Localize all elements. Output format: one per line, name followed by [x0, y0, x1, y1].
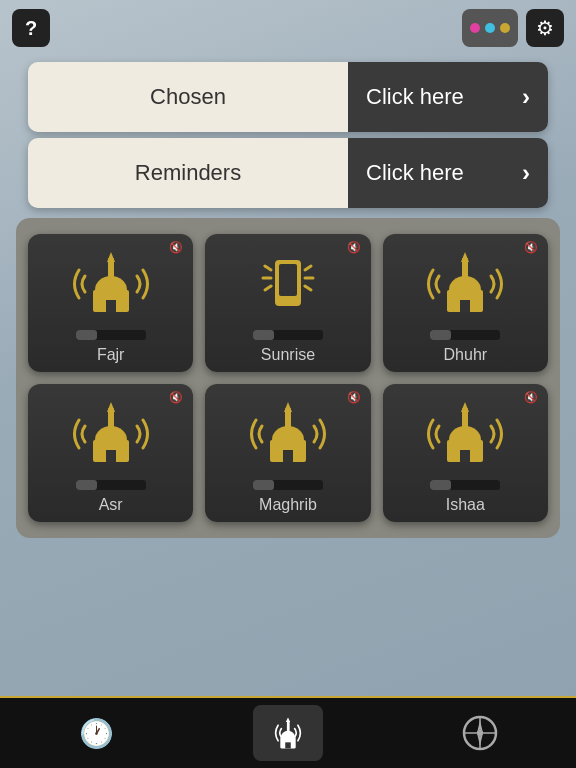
prayer-card-sunrise[interactable]: 🔇 Sunrise — [205, 234, 370, 372]
svg-rect-35 — [287, 721, 290, 738]
prayer-card-dhuhr[interactable]: 🔇 Dhuhr — [383, 234, 548, 372]
mosque-icon-fajr — [71, 248, 151, 320]
svg-line-9 — [265, 286, 271, 290]
dot-yellow — [500, 23, 510, 33]
prayer-card-ishaa[interactable]: 🔇 Ishaa — [383, 384, 548, 522]
top-right-controls: ⚙ — [462, 9, 564, 47]
prayer-visual-asr — [66, 394, 156, 474]
time-bar-ishaa — [430, 480, 500, 490]
prayer-grid-area: 🔇 — [16, 218, 560, 538]
mute-icon-dhuhr: 🔇 — [524, 241, 538, 254]
compass-icon — [462, 715, 498, 751]
prayer-name-sunrise: Sunrise — [261, 346, 315, 364]
chosen-chevron-icon: › — [522, 83, 530, 111]
mute-icon-sunrise: 🔇 — [347, 241, 361, 254]
mosque-nav-icon — [266, 713, 310, 753]
prayer-name-ishaa: Ishaa — [446, 496, 485, 514]
clock-icon: 🕐 — [79, 717, 114, 750]
svg-rect-6 — [279, 264, 297, 296]
mute-icon-ishaa: 🔇 — [524, 391, 538, 404]
nav-compass-button[interactable] — [445, 705, 515, 761]
prayer-card-maghrib[interactable]: 🔇 Maghrib — [205, 384, 370, 522]
svg-marker-21 — [107, 402, 115, 412]
nav-mosque-button[interactable] — [253, 705, 323, 761]
mute-icon-fajr: 🔇 — [169, 241, 183, 254]
svg-rect-37 — [285, 742, 291, 748]
svg-rect-22 — [106, 450, 116, 462]
svg-rect-27 — [283, 450, 293, 462]
svg-rect-17 — [460, 300, 470, 312]
reminders-action-text: Click here — [366, 160, 464, 186]
nav-clock-button[interactable]: 🕐 — [61, 705, 131, 761]
prayer-card-fajr[interactable]: 🔇 — [28, 234, 193, 372]
prayer-visual-dhuhr — [420, 244, 510, 324]
prayer-visual-sunrise — [243, 244, 333, 324]
svg-line-10 — [305, 266, 311, 270]
prayer-name-maghrib: Maghrib — [259, 496, 317, 514]
svg-marker-16 — [461, 252, 469, 262]
bottom-nav: 🕐 — [0, 696, 576, 768]
prayer-grid: 🔇 — [28, 234, 548, 522]
prayer-name-fajr: Fajr — [97, 346, 125, 364]
chosen-row: Chosen Click here › — [28, 62, 548, 132]
time-bar-fajr — [76, 330, 146, 340]
reminders-action-button[interactable]: Click here › — [348, 138, 548, 208]
svg-line-7 — [265, 266, 271, 270]
mute-icon-asr: 🔇 — [169, 391, 183, 404]
reminders-chevron-icon: › — [522, 159, 530, 187]
settings-button[interactable]: ⚙ — [526, 9, 564, 47]
reminders-row: Reminders Click here › — [28, 138, 548, 208]
svg-rect-20 — [108, 408, 114, 440]
dot-pink — [470, 23, 480, 33]
time-bar-asr — [76, 480, 146, 490]
gear-icon: ⚙ — [536, 16, 554, 40]
svg-rect-2 — [108, 258, 114, 290]
dots-button[interactable] — [462, 9, 518, 47]
chosen-action-button[interactable]: Click here › — [348, 62, 548, 132]
dot-cyan — [485, 23, 495, 33]
time-bar-maghrib — [253, 480, 323, 490]
mosque-icon-ishaa — [425, 398, 505, 470]
mosque-icon-asr — [71, 398, 151, 470]
svg-rect-30 — [462, 408, 468, 440]
svg-marker-26 — [284, 402, 292, 412]
help-label: ? — [25, 17, 37, 40]
prayer-visual-fajr — [66, 244, 156, 324]
prayer-visual-ishaa — [420, 394, 510, 474]
vibrate-icon-sunrise — [253, 248, 323, 320]
top-bar: ? ⚙ — [0, 0, 576, 56]
svg-rect-4 — [106, 300, 116, 312]
mosque-icon-dhuhr — [425, 248, 505, 320]
chosen-label: Chosen — [28, 62, 348, 132]
reminders-label: Reminders — [28, 138, 348, 208]
svg-rect-25 — [285, 408, 291, 440]
prayer-name-dhuhr: Dhuhr — [444, 346, 488, 364]
svg-marker-3 — [107, 252, 115, 262]
mosque-icon-maghrib — [248, 398, 328, 470]
svg-marker-36 — [286, 718, 290, 722]
svg-marker-31 — [461, 402, 469, 412]
svg-rect-32 — [460, 450, 470, 462]
time-bar-sunrise — [253, 330, 323, 340]
prayer-card-asr[interactable]: 🔇 Asr — [28, 384, 193, 522]
prayer-visual-maghrib — [243, 394, 333, 474]
mute-icon-maghrib: 🔇 — [347, 391, 361, 404]
help-button[interactable]: ? — [12, 9, 50, 47]
time-bar-dhuhr — [430, 330, 500, 340]
prayer-name-asr: Asr — [99, 496, 123, 514]
svg-line-12 — [305, 286, 311, 290]
chosen-action-text: Click here — [366, 84, 464, 110]
svg-rect-15 — [462, 258, 468, 290]
